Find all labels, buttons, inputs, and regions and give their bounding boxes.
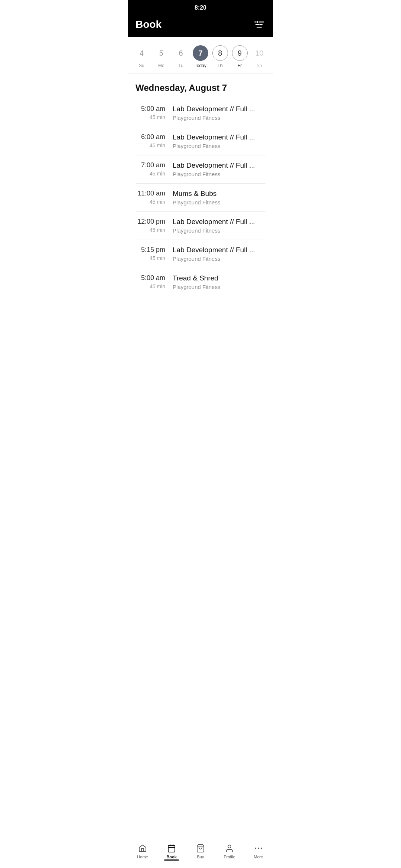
class-duration: 45 min [136, 199, 165, 205]
class-name: Lab Development // Full ... [173, 133, 265, 141]
list-item[interactable]: 5:00 am 45 min Lab Development // Full .… [136, 99, 265, 127]
class-duration: 45 min [136, 283, 165, 289]
svg-point-3 [256, 21, 258, 23]
day-label: Mo [158, 63, 164, 68]
list-item[interactable]: 5:15 pm 45 min Lab Development // Full .… [136, 240, 265, 268]
day-label: Tu [178, 63, 183, 68]
day-label: Th [218, 63, 223, 68]
class-name: Lab Development // Full ... [173, 105, 265, 113]
status-time: 8:20 [195, 4, 206, 11]
time-column: 5:15 pm 45 min [136, 246, 173, 261]
day-6-tu[interactable]: 6 Tu [172, 43, 190, 70]
class-location: Playground Fitness [173, 227, 265, 234]
day-8-th[interactable]: 8 Th [211, 43, 229, 70]
class-location: Playground Fitness [173, 284, 265, 290]
class-location: Playground Fitness [173, 115, 265, 121]
class-duration: 45 min [136, 142, 165, 148]
class-location: Playground Fitness [173, 143, 265, 149]
class-duration: 45 min [136, 171, 165, 177]
class-time: 5:00 am [136, 274, 165, 282]
day-5-mo[interactable]: 5 Mo [152, 43, 170, 70]
class-location: Playground Fitness [173, 256, 265, 262]
class-name: Lab Development // Full ... [173, 246, 265, 254]
day-label: Su [139, 63, 144, 68]
header: Book [128, 14, 273, 37]
list-item[interactable]: 11:00 am 45 min Mums & Bubs Playground F… [136, 184, 265, 212]
class-duration: 45 min [136, 255, 165, 261]
day-4-su[interactable]: 4 Su [132, 43, 151, 70]
list-item[interactable]: 7:00 am 45 min Lab Development // Full .… [136, 155, 265, 184]
class-time: 5:00 am [136, 105, 165, 113]
date-heading: Wednesday, August 7 [128, 74, 273, 99]
day-label: Today [195, 63, 206, 68]
class-info: Lab Development // Full ... Playground F… [173, 161, 265, 177]
class-time: 6:00 am [136, 133, 165, 141]
svg-point-4 [260, 23, 262, 26]
time-column: 12:00 pm 45 min [136, 218, 173, 233]
day-10-sa[interactable]: 10 Sa [250, 43, 268, 70]
class-time: 7:00 am [136, 161, 165, 169]
class-location: Playground Fitness [173, 199, 265, 206]
class-info: Mums & Bubs Playground Fitness [173, 190, 265, 206]
list-item[interactable]: 5:00 am 45 min Tread & Shred Playground … [136, 268, 265, 296]
filter-icon [254, 21, 264, 28]
day-label: Fr [238, 63, 242, 68]
schedule-list: 5:00 am 45 min Lab Development // Full .… [128, 99, 273, 296]
class-duration: 45 min [136, 227, 165, 233]
filter-button[interactable] [253, 19, 265, 30]
list-item[interactable]: 6:00 am 45 min Lab Development // Full .… [136, 127, 265, 155]
day-number: 5 [153, 45, 169, 61]
class-info: Lab Development // Full ... Playground F… [173, 246, 265, 262]
class-time: 11:00 am [136, 190, 165, 197]
class-name: Lab Development // Full ... [173, 218, 265, 226]
day-9-fr[interactable]: 9 Fr [231, 43, 249, 70]
day-number: 4 [134, 45, 149, 61]
content-area: Wednesday, August 7 5:00 am 45 min Lab D… [128, 74, 273, 326]
list-item[interactable]: 12:00 pm 45 min Lab Development // Full … [136, 212, 265, 240]
class-duration: 45 min [136, 114, 165, 120]
time-column: 5:00 am 45 min [136, 274, 173, 289]
class-name: Mums & Bubs [173, 190, 265, 198]
class-info: Lab Development // Full ... Playground F… [173, 105, 265, 121]
day-7-today[interactable]: 7 Today [191, 43, 210, 70]
svg-rect-2 [257, 27, 262, 28]
page-title: Book [136, 19, 162, 30]
class-info: Tread & Shred Playground Fitness [173, 274, 265, 290]
calendar-strip: 4 Su 5 Mo 6 Tu 7 Today 8 Th 9 Fr 10 Sa [128, 37, 273, 74]
time-column: 7:00 am 45 min [136, 161, 173, 177]
class-name: Lab Development // Full ... [173, 161, 265, 170]
day-number: 8 [212, 45, 228, 61]
class-time: 12:00 pm [136, 218, 165, 226]
svg-rect-0 [254, 22, 264, 23]
status-bar: 8:20 [128, 0, 273, 14]
time-column: 11:00 am 45 min [136, 190, 173, 205]
class-location: Playground Fitness [173, 171, 265, 177]
class-info: Lab Development // Full ... Playground F… [173, 133, 265, 149]
class-name: Tread & Shred [173, 274, 265, 282]
day-number: 6 [173, 45, 189, 61]
time-column: 5:00 am 45 min [136, 105, 173, 120]
class-time: 5:15 pm [136, 246, 165, 254]
time-column: 6:00 am 45 min [136, 133, 173, 148]
class-info: Lab Development // Full ... Playground F… [173, 218, 265, 234]
day-number: 7 [193, 45, 208, 61]
day-number: 9 [232, 45, 248, 61]
day-label: Sa [257, 63, 262, 68]
day-number: 10 [251, 45, 267, 61]
